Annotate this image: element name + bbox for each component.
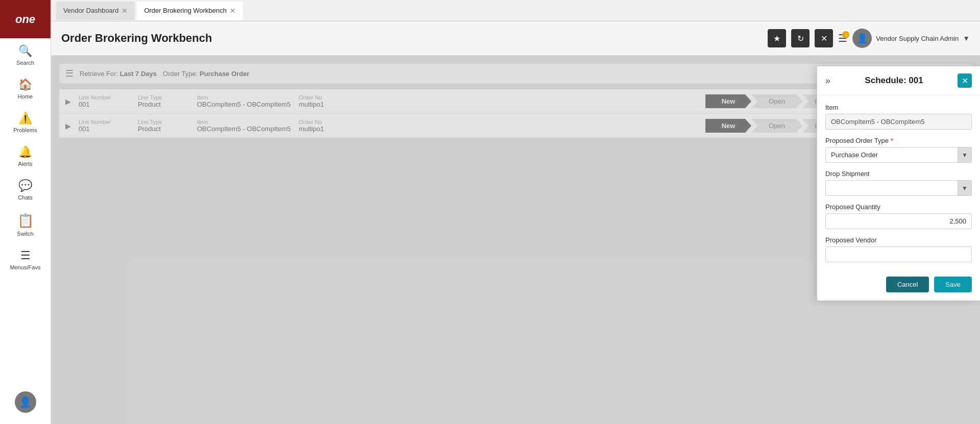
user-avatar: 👤 bbox=[852, 29, 872, 48]
form-field-drop-shipment: Drop Shipment ▼ bbox=[825, 170, 972, 196]
sidebar: one 🔍 Search 🏠 Home ⚠️ Problems 🔔 Alerts… bbox=[0, 0, 51, 424]
favorite-button[interactable]: ★ bbox=[768, 29, 786, 47]
close-page-button[interactable]: ✕ bbox=[815, 29, 833, 47]
page-header: Order Brokering Workbench ★ ↻ ✕ ☰ 1 👤 Ve… bbox=[51, 21, 980, 56]
problems-icon: ⚠️ bbox=[18, 112, 32, 125]
form-field-proposed-vendor: Proposed Vendor bbox=[825, 236, 972, 262]
tab-order-brokering-close[interactable]: ✕ bbox=[230, 7, 236, 14]
item-label: Item bbox=[825, 104, 972, 111]
menu-button[interactable]: ☰ 1 bbox=[838, 32, 847, 44]
user-dropdown-button[interactable]: ▼ bbox=[963, 34, 970, 42]
proposed-vendor-label: Proposed Vendor bbox=[825, 236, 972, 244]
form-field-item: Item bbox=[825, 104, 972, 130]
app-logo[interactable]: one bbox=[0, 0, 51, 38]
drop-shipment-input[interactable] bbox=[825, 180, 972, 196]
sidebar-item-problems[interactable]: ⚠️ Problems bbox=[0, 106, 51, 139]
tab-vendor-dashboard-close[interactable]: ✕ bbox=[121, 7, 128, 14]
page-title: Order Brokering Workbench bbox=[61, 32, 212, 45]
proposed-order-type-input[interactable] bbox=[825, 147, 972, 163]
switch-icon: 📋 bbox=[17, 213, 34, 229]
sidebar-profile[interactable]: 👤 bbox=[0, 385, 51, 419]
refresh-button[interactable]: ↻ bbox=[791, 29, 810, 47]
panel-title: Schedule: 001 bbox=[865, 76, 923, 86]
tab-bar: Vendor Dashboard ✕ Order Brokering Workb… bbox=[51, 0, 980, 21]
drop-shipment-dropdown-arrow[interactable]: ▼ bbox=[958, 180, 972, 196]
form-field-proposed-order-type: Proposed Order Type * ▼ bbox=[825, 137, 972, 163]
home-icon: 🏠 bbox=[18, 78, 32, 91]
form-field-proposed-quantity: Proposed Quantity bbox=[825, 203, 972, 229]
search-icon: 🔍 bbox=[18, 44, 32, 58]
proposed-quantity-label: Proposed Quantity bbox=[825, 203, 972, 211]
sidebar-item-switch[interactable]: 📋 Switch bbox=[0, 207, 51, 243]
proposed-order-type-label: Proposed Order Type * bbox=[825, 137, 972, 144]
sidebar-item-menus[interactable]: ☰ Menus/Favs bbox=[0, 243, 51, 277]
panel-close-button[interactable]: ✕ bbox=[958, 73, 972, 88]
proposed-quantity-input[interactable] bbox=[825, 213, 972, 229]
proposed-order-type-dropdown-arrow[interactable]: ▼ bbox=[958, 147, 972, 163]
menus-icon: ☰ bbox=[20, 249, 31, 262]
alerts-icon: 🔔 bbox=[18, 145, 32, 159]
proposed-vendor-input[interactable] bbox=[825, 246, 972, 262]
proposed-order-type-select-wrap: ▼ bbox=[825, 147, 972, 163]
user-section: 👤 Vendor Supply Chain Admin ▼ bbox=[852, 29, 970, 48]
tab-vendor-dashboard[interactable]: Vendor Dashboard ✕ bbox=[56, 2, 135, 20]
panel-collapse-button[interactable]: » bbox=[825, 76, 830, 86]
sidebar-item-search[interactable]: 🔍 Search bbox=[0, 38, 51, 72]
drop-shipment-select-wrap: ▼ bbox=[825, 180, 972, 196]
tab-order-brokering[interactable]: Order Brokering Workbench ✕ bbox=[137, 2, 243, 20]
avatar: 👤 bbox=[15, 391, 36, 413]
schedule-panel: » Schedule: 001 ✕ Item Proposed Order Ty… bbox=[817, 66, 980, 301]
notification-badge: 1 bbox=[842, 31, 849, 38]
panel-header: » Schedule: 001 ✕ bbox=[817, 66, 980, 95]
cancel-button[interactable]: Cancel bbox=[886, 277, 929, 292]
panel-footer: Cancel Save bbox=[817, 270, 980, 292]
sidebar-item-alerts[interactable]: 🔔 Alerts bbox=[0, 139, 51, 173]
sidebar-item-home[interactable]: 🏠 Home bbox=[0, 72, 51, 106]
sidebar-item-chats[interactable]: 💬 Chats bbox=[0, 173, 51, 207]
user-name: Vendor Supply Chain Admin bbox=[876, 35, 959, 42]
chats-icon: 💬 bbox=[18, 179, 32, 192]
header-actions: ★ ↻ ✕ ☰ 1 👤 Vendor Supply Chain Admin ▼ bbox=[768, 29, 970, 48]
save-button[interactable]: Save bbox=[934, 277, 972, 292]
panel-body: Item Proposed Order Type * ▼ Drop Shipme… bbox=[817, 95, 980, 270]
item-input[interactable] bbox=[825, 114, 972, 130]
drop-shipment-label: Drop Shipment bbox=[825, 170, 972, 178]
